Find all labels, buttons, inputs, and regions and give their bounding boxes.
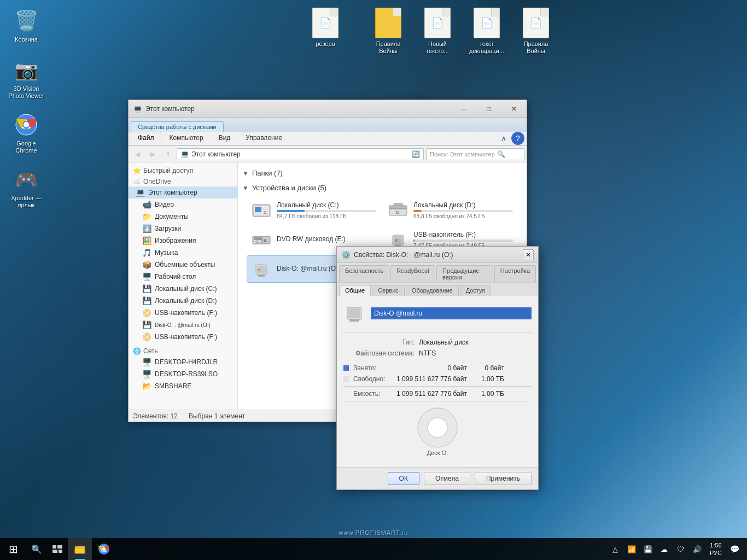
drive-c-bar-bg [277,210,376,212]
pravila2-file[interactable]: 📄 ПравилаВойны [514,5,558,57]
help-button[interactable]: ? [511,132,524,145]
sidebar-quick-access[interactable]: ⭐ Быстрый доступ [129,165,237,176]
svg-point-3 [24,122,29,127]
xpadder-icon[interactable]: 🎮 Xpadder —ярлык [4,164,48,211]
devices-section-label: Устройства и диски (5) [252,184,326,192]
dialog-content: Тип: Локальный диск Файловая система: NT… [337,296,538,467]
drive-c[interactable]: C: Локальный диск (C:) 84,7 ГБ свободно … [247,196,381,224]
notification-center[interactable]: 💬 [726,538,743,560]
taskbar-file-explorer[interactable] [68,538,92,560]
address-path[interactable]: 💻 Этот компьютер 🔄 [177,148,424,160]
svg-rect-31 [52,550,57,553]
sidebar-network[interactable]: 🌐 Сеть [129,345,237,356]
cancel-button[interactable]: Отмена [424,472,470,485]
tab-general[interactable]: Общие [339,285,371,296]
taskbar-cloud-icon[interactable]: ☁ [656,538,673,560]
clock-time: 1:56 [710,541,721,549]
sidebar-smbshare[interactable]: 📂 SMBSHARE [129,380,237,392]
free-row: Свободно: 1 099 511 627 776 байт 1,00 ТБ [343,374,532,384]
apply-button[interactable]: Применить [475,472,532,485]
recycle-bin-icon[interactable]: 🗑️ Корзина [4,5,48,45]
taskbar-clock[interactable]: 1:56 РУС [705,541,726,557]
tab-customize[interactable]: Настройка [494,265,536,282]
taskbar-system: △ 📶 💾 ☁ 🛡 🔊 1:56 РУС 💬 [607,538,747,560]
tab-access[interactable]: Доступ [460,285,492,296]
prop-fs: Файловая система: NTFS [343,348,532,359]
tab-service[interactable]: Сервис [372,285,405,296]
sidebar-desktop-rs39lso[interactable]: 🖥️ DESKTOP-RS39LSO [129,368,237,380]
tab-readyboost[interactable]: ReadyBoost [390,265,435,282]
tab-security[interactable]: Безопасность [339,265,389,282]
taskbar-volume-icon[interactable]: 🔊 [689,538,705,560]
novyy-text-file[interactable]: 📄 Новыйтексто... [416,5,459,57]
drive-disk-o-icon: O: [252,259,271,279]
taskbar-show-desktop-arrow[interactable]: △ [607,538,623,560]
search-box[interactable]: Поиск: Этот компьютер 🔍 [426,148,524,160]
tab-hardware[interactable]: Оборудование [406,285,459,296]
sidebar-desktop[interactable]: 🖥️ Рабочий стол [129,271,237,283]
devices-section-header[interactable]: ▼ Устройства и диски (5) [242,182,522,194]
drive-usb-f-name: USB-накопитель (F:) [413,231,513,238]
ok-button[interactable]: ОК [388,472,419,485]
maximize-button[interactable]: □ [476,100,501,118]
drive-dvd-icon: DVD E: [252,230,271,249]
search-button[interactable]: 🔍 [26,538,47,560]
sidebar-usb-f2[interactable]: 📀 USB-накопитель (F:) [129,331,237,343]
taskbar-network-icon[interactable]: 📶 [623,538,640,560]
back-button[interactable]: ◀ [131,148,144,161]
close-button[interactable]: ✕ [501,100,527,118]
tab-computer[interactable]: Компьютер [162,132,211,145]
sidebar-local-c[interactable]: 💾 Локальный диск (C:) [129,283,237,295]
folders-section-header[interactable]: ▼ Папки (7) [242,167,522,179]
sidebar-local-d[interactable]: 💾 Локальный диск (D:) [129,295,237,307]
sidebar-music[interactable]: 🎵 Музыка [129,247,237,259]
drive-d-info: Локальный диск (D:) 68,8 ГБ свободно из … [413,201,513,219]
task-view-button[interactable] [47,538,68,560]
explorer-titlebar: 💻 Этот компьютер ─ □ ✕ [129,100,527,118]
dialog-close-button[interactable]: ✕ [523,249,534,260]
svg-rect-25 [348,308,360,318]
3d-vision-icon[interactable]: 📷 3D VisionPhoto Viewer [4,55,48,102]
pravila-voyny-folder[interactable]: ПравилаВойны [366,5,410,57]
forward-button[interactable]: ▶ [146,148,159,161]
sidebar-disk-o[interactable]: 💾 Disk-О: . @mail.ru (O:) [129,319,237,331]
sidebar-downloads[interactable]: ⬇️ Загрузки [129,223,237,235]
drive-d[interactable]: D: Локальный диск (D:) 68,8 ГБ свободно … [383,196,518,224]
svg-rect-9 [394,203,402,206]
tekst-file[interactable]: 📄 текстдеклараци... [465,5,509,57]
drive-c-bar-fill [277,210,305,212]
tab-prev-versions[interactable]: Предыдущие версии [436,265,493,282]
google-chrome-icon[interactable]: Google Chrome [4,109,48,156]
folders-section-label: Папки (7) [252,169,283,177]
sidebar-usb-f[interactable]: 📀 USB-накопитель (F:) [129,307,237,319]
status-selected: Выбран 1 элемент [189,412,245,420]
taskbar-chrome[interactable] [92,538,116,560]
start-button[interactable]: ⊞ [0,538,26,560]
sidebar-images[interactable]: 🖼️ Изображения [129,235,237,247]
minimize-button[interactable]: ─ [451,100,476,118]
sidebar-onedrive[interactable]: ☁️ OneDrive [129,176,237,186]
sidebar-3d-objects[interactable]: 📦 Объемные объекты [129,259,237,271]
sidebar-documents[interactable]: 📁 Документы [129,211,237,223]
tab-file[interactable]: Файл [131,132,161,145]
free-label: Свободно: [353,375,386,383]
taskbar-pinned [68,538,116,560]
free-tb: 1,00 ТБ [471,375,504,383]
drive-c-name: Локальный диск (C:) [277,201,376,209]
sidebar-video[interactable]: 📹 Видео [129,199,237,211]
taskbar-usb-icon[interactable]: 💾 [640,538,656,560]
pravila-label: ПравилаВойны [376,40,401,55]
ribbon-collapse[interactable]: ∧ [497,132,510,145]
sidebar-this-computer[interactable]: 💻 Этот компьютер [129,186,237,199]
rezerv-file[interactable]: 📄 резерв [304,5,347,50]
tab-manage[interactable]: Управление [238,132,289,145]
taskbar-security-icon[interactable]: 🛡 [673,538,689,560]
search-placeholder: Поиск: Этот компьютер [430,151,495,158]
tab-disk-tools[interactable]: Средства работы с дисками [131,121,224,132]
up-button[interactable]: ↑ [161,148,174,161]
sidebar-desktop-h4rdljr[interactable]: 🖥️ DESKTOP-H4RDJLR [129,356,237,368]
rezerv-file-icon: 📄 [312,8,339,38]
tab-view[interactable]: Вид [212,132,238,145]
drive-name-input[interactable] [371,307,532,319]
svg-text:F:: F: [395,238,399,242]
